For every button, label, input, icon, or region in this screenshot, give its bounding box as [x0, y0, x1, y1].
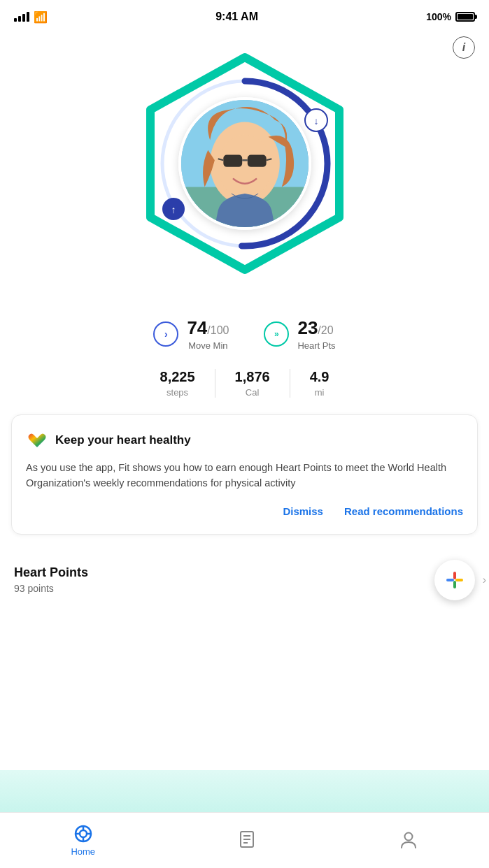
heart-pts-value: 23 [297, 317, 318, 338]
move-min-label: Move Min [187, 340, 229, 351]
move-min-stat: › 74/100 Move Min [153, 317, 229, 351]
wifi-icon: 📶 [34, 10, 48, 24]
heart-pts-icon: » [264, 321, 289, 347]
home-nav-label: Home [71, 846, 95, 857]
read-recommendations-button[interactable]: Read recommendations [344, 502, 463, 520]
stats-secondary: 8,225 steps 1,876 Cal 4.9 mi [0, 358, 489, 414]
dismiss-button[interactable]: Dismiss [283, 502, 323, 520]
heart-points-title: Heart Points [14, 565, 88, 580]
svg-text:↓: ↓ [313, 115, 318, 126]
svg-rect-11 [223, 155, 242, 167]
profile-icon [399, 830, 418, 849]
cal-label: Cal [235, 387, 270, 398]
profile-avatar [178, 97, 311, 230]
card-actions: Dismiss Read recommendations [26, 502, 463, 520]
card-body: As you use the app, Fit shows you how to… [26, 460, 463, 491]
svg-rect-18 [446, 579, 454, 581]
status-time: 9:41 AM [215, 10, 258, 23]
hex-container: ↓ ↑ [133, 45, 357, 282]
signal-icon [14, 12, 29, 22]
svg-rect-17 [453, 581, 456, 588]
svg-point-21 [80, 830, 87, 837]
heart-pts-label: Heart Pts [297, 340, 335, 351]
mi-stat: 4.9 mi [290, 369, 349, 398]
cal-stat: 1,876 Cal [215, 369, 290, 398]
mi-label: mi [310, 387, 329, 398]
status-right: 100% [426, 11, 475, 22]
svg-rect-12 [247, 155, 266, 167]
status-left: 📶 [14, 10, 48, 24]
cal-value: 1,876 [235, 369, 270, 385]
home-icon [73, 824, 93, 844]
svg-rect-16 [453, 572, 456, 579]
teal-background [0, 770, 489, 812]
nav-home[interactable]: Home [57, 818, 109, 862]
fit-logo-icon [26, 429, 48, 451]
heart-pts-max: /20 [318, 324, 333, 336]
hero-section: ↓ ↑ [0, 31, 489, 303]
move-min-max: /100 [207, 324, 229, 336]
chevron-right-icon: › [483, 574, 486, 586]
heart-pts-stat: » 23/20 Heart Pts [264, 317, 335, 351]
add-activity-fab[interactable] [434, 560, 475, 600]
journal-icon [237, 830, 257, 849]
heart-points-subtitle: 93 points [14, 583, 88, 594]
status-bar: 📶 9:41 AM 100% [0, 0, 489, 31]
stats-primary: › 74/100 Move Min » 23/20 Heart Pts [0, 303, 489, 358]
battery-icon [455, 12, 475, 22]
move-min-icon: › [153, 321, 178, 347]
svg-point-10 [218, 135, 271, 199]
svg-text:↑: ↑ [171, 204, 176, 215]
heart-health-card: Keep your heart healthy As you use the a… [11, 414, 478, 535]
card-header: Keep your heart healthy [26, 429, 463, 451]
nav-journal[interactable] [223, 824, 271, 858]
heart-points-row: Heart Points 93 points › [0, 549, 489, 614]
steps-value: 8,225 [160, 369, 195, 385]
move-min-value: 74 [187, 317, 207, 338]
svg-rect-19 [455, 579, 463, 581]
card-title: Keep your heart healthy [55, 433, 191, 447]
steps-label: steps [160, 387, 195, 398]
svg-point-30 [404, 832, 412, 840]
steps-stat: 8,225 steps [141, 369, 215, 398]
plus-icon [445, 570, 465, 590]
battery-percent: 100% [426, 11, 451, 22]
nav-profile[interactable] [385, 824, 432, 858]
mi-value: 4.9 [310, 369, 329, 385]
bottom-nav: Home [0, 812, 489, 868]
